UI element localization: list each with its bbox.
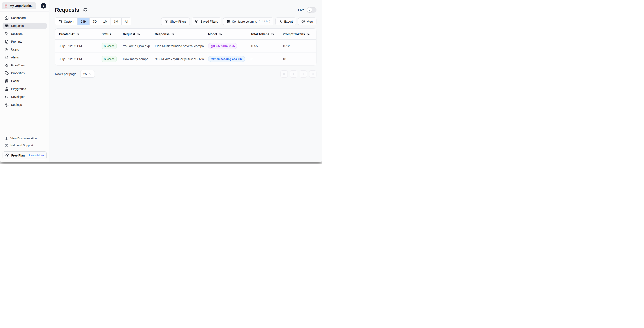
refresh-button[interactable] bbox=[83, 8, 88, 12]
sidebar-item-developer[interactable]: Developer bbox=[2, 94, 47, 100]
view-documentation-link[interactable]: View Documentation bbox=[2, 135, 47, 141]
cell-created-at: July 3 12:59 PM bbox=[59, 57, 102, 61]
table-icon bbox=[5, 24, 9, 28]
view-label: View bbox=[307, 20, 313, 23]
column-label: Request bbox=[123, 32, 135, 36]
sidebar-item-label: Developer bbox=[11, 95, 25, 99]
cell-status: Success bbox=[102, 56, 123, 62]
live-toggle[interactable] bbox=[307, 7, 316, 13]
column-label: Model bbox=[208, 32, 217, 36]
users-icon bbox=[5, 48, 9, 52]
sidebar-item-users[interactable]: Users bbox=[2, 46, 47, 53]
time-range-7d[interactable]: 7D bbox=[90, 18, 100, 25]
sidebar-item-properties[interactable]: Properties bbox=[2, 70, 47, 76]
column-header-model[interactable]: Model bbox=[208, 32, 251, 36]
sort-icon bbox=[271, 32, 274, 36]
time-range-24h[interactable]: 24H bbox=[78, 18, 90, 25]
funnel-icon bbox=[164, 20, 168, 23]
column-header-status[interactable]: Status bbox=[102, 32, 123, 36]
chevron-right-icon bbox=[302, 72, 305, 76]
sidebar-item-label: Alerts bbox=[11, 56, 19, 59]
sidebar-footer-links: View Documentation Help And Support bbox=[0, 135, 49, 149]
footer-link-label: Help And Support bbox=[10, 144, 33, 147]
code-icon bbox=[5, 95, 9, 99]
help-and-support-link[interactable]: Help And Support bbox=[2, 142, 47, 148]
model-badge: text-embedding-ada-002 bbox=[208, 56, 245, 62]
column-header-prompt-tokens[interactable]: Prompt Tokens bbox=[282, 32, 316, 36]
sidebar-item-requests[interactable]: Requests bbox=[2, 23, 47, 29]
sidebar-item-dashboard[interactable]: Dashboard bbox=[2, 15, 47, 21]
cell-response: "GF+/PAvdYbyrrGo8yFz6vIeSU7w... bbox=[155, 57, 208, 61]
home-icon bbox=[5, 16, 9, 20]
time-range-all[interactable]: All bbox=[122, 18, 132, 25]
status-badge: Success bbox=[102, 43, 117, 49]
column-label: Response bbox=[155, 32, 170, 36]
square-stack-icon bbox=[5, 32, 9, 36]
view-button[interactable]: View bbox=[298, 18, 316, 25]
saved-filters-label: Saved Filters bbox=[200, 20, 218, 23]
learn-more-link[interactable]: Learn More bbox=[29, 154, 44, 157]
sidebar-item-settings[interactable]: Settings bbox=[2, 101, 47, 108]
time-range-3m[interactable]: 3M bbox=[111, 18, 122, 25]
flask-icon bbox=[5, 87, 9, 91]
sidebar-item-label: Dashboard bbox=[11, 16, 26, 20]
table-row[interactable]: July 3 12:59 PM Success How many compa..… bbox=[55, 53, 316, 65]
next-page-button[interactable] bbox=[300, 70, 307, 78]
column-header-response[interactable]: Response bbox=[155, 32, 208, 36]
saved-filters-button[interactable]: Saved Filters bbox=[192, 18, 221, 25]
sidebar-item-fine-tune[interactable]: Fine-Tune bbox=[2, 62, 47, 68]
sliders-icon bbox=[226, 20, 230, 23]
gear-icon bbox=[5, 103, 9, 107]
cell-total-tokens: 0 bbox=[251, 57, 282, 61]
sidebar-item-sessions[interactable]: Sessions bbox=[2, 31, 47, 37]
cell-response: Elon Musk founded several compa... bbox=[155, 44, 208, 48]
sidebar-item-label: Settings bbox=[11, 103, 22, 106]
cell-request: How many compa... bbox=[123, 57, 155, 61]
chevron-left-icon bbox=[292, 72, 296, 76]
show-filters-label: Show Filters bbox=[170, 20, 186, 23]
time-range-1m[interactable]: 1M bbox=[100, 18, 111, 25]
bolt-slash-icon bbox=[308, 9, 311, 11]
column-header-total-tokens[interactable]: Total Tokens bbox=[251, 32, 282, 36]
sort-icon bbox=[171, 32, 174, 36]
sidebar-item-label: Playground bbox=[11, 87, 26, 91]
plan-box[interactable]: Free Plan Learn More bbox=[2, 151, 47, 159]
sort-icon bbox=[306, 32, 310, 36]
column-label: Status bbox=[102, 32, 111, 36]
org-switcher-button[interactable]: My Organizatio... bbox=[2, 2, 36, 9]
sidebar-item-label: Sessions bbox=[11, 32, 23, 35]
rows-per-page-value: 25 bbox=[83, 72, 87, 76]
export-label: Export bbox=[284, 20, 292, 23]
first-page-button[interactable] bbox=[280, 70, 288, 78]
rows-per-page-select[interactable]: 25 bbox=[80, 70, 95, 78]
status-badge: Success bbox=[102, 56, 117, 62]
cell-status: Success bbox=[102, 43, 123, 49]
last-page-button[interactable] bbox=[309, 70, 316, 78]
previous-page-button[interactable] bbox=[290, 70, 297, 78]
cell-total-tokens: 1555 bbox=[251, 44, 282, 48]
configure-columns-count: ( 14 / 14 ) bbox=[259, 20, 270, 23]
show-filters-button[interactable]: Show Filters bbox=[161, 18, 190, 25]
configure-columns-label: Configure columns bbox=[232, 20, 257, 23]
question-circle-icon bbox=[5, 143, 8, 147]
pagination-buttons bbox=[280, 70, 316, 78]
sidebar-item-alerts[interactable]: Alerts bbox=[2, 54, 47, 61]
live-toggle-knob bbox=[307, 8, 312, 12]
app-window: My Organizatio... S Dashboard Requests S… bbox=[0, 0, 322, 162]
column-header-created-at[interactable]: Created At bbox=[59, 32, 102, 36]
sidebar: My Organizatio... S Dashboard Requests S… bbox=[0, 0, 50, 162]
sidebar-nav: Dashboard Requests Sessions Prompts User… bbox=[0, 12, 49, 109]
configure-columns-button[interactable]: Configure columns ( 14 / 14 ) bbox=[223, 18, 273, 25]
table-header-row: Created At Status Request Response Model bbox=[55, 29, 316, 40]
sidebar-item-prompts[interactable]: Prompts bbox=[2, 38, 47, 45]
export-button[interactable]: Export bbox=[275, 18, 296, 25]
column-header-request[interactable]: Request bbox=[123, 32, 155, 36]
refresh-icon bbox=[83, 8, 87, 12]
table-row[interactable]: July 3 12:59 PM Success You are a Q&A ex… bbox=[55, 40, 316, 53]
user-avatar[interactable]: S bbox=[41, 3, 46, 9]
sidebar-item-playground[interactable]: Playground bbox=[2, 86, 47, 92]
model-badge: gpt-3.5-turbo-0125 bbox=[208, 43, 237, 49]
time-range-custom[interactable]: Custom bbox=[55, 18, 78, 25]
sidebar-item-cache[interactable]: Cache bbox=[2, 78, 47, 84]
cell-model: text-embedding-ada-002 bbox=[208, 56, 251, 62]
